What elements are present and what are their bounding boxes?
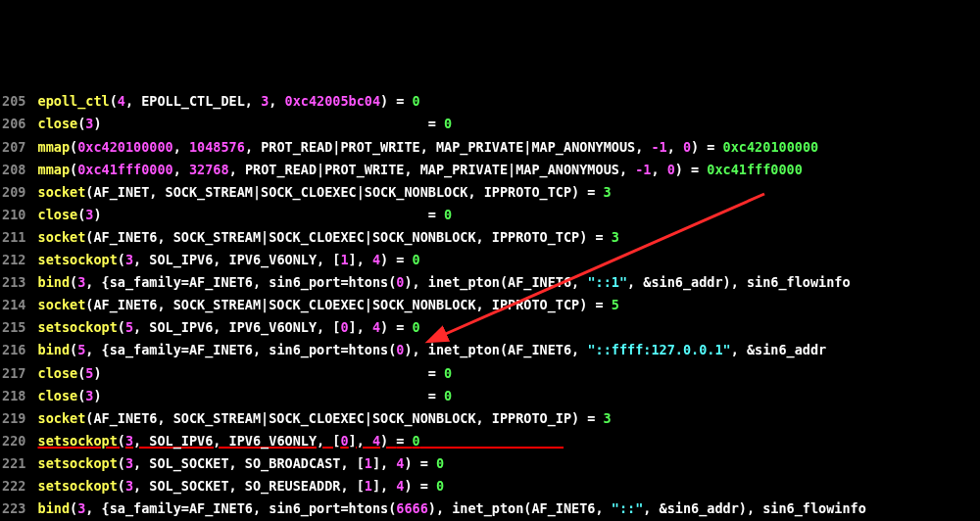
token: ) xyxy=(380,433,396,449)
token: (AF_INET, SOCK_STREAM|SOCK_CLOEXEC|SOCK_… xyxy=(85,184,587,200)
token: ) xyxy=(380,93,396,109)
token: -1 xyxy=(635,162,651,177)
token: 4 xyxy=(372,252,380,267)
line-number: 221 xyxy=(2,455,38,471)
token: 3 xyxy=(604,410,612,426)
token: 0xc41fff0000 xyxy=(77,162,173,177)
token: "::ffff:127.0.0.1" xyxy=(587,342,730,357)
token: 3 xyxy=(125,455,133,471)
trace-line: 218 close(3) = 0 xyxy=(0,385,980,407)
token: ) xyxy=(93,116,427,131)
token: close xyxy=(38,365,78,381)
token: close xyxy=(38,207,78,222)
token: setsockopt xyxy=(38,252,118,267)
token: 0 xyxy=(667,162,675,177)
token: 0 xyxy=(436,478,444,494)
token: 0 xyxy=(413,433,420,449)
token: = xyxy=(428,207,444,222)
token: , &sin6_addr xyxy=(731,342,827,357)
token: 0 xyxy=(683,139,691,155)
trace-line: 217 close(5) = 0 xyxy=(0,362,980,385)
token: , PROT_READ|PROT_WRITE, MAP_PRIVATE|MAP_… xyxy=(245,139,652,155)
token: 1048576 xyxy=(189,139,245,155)
token: ], xyxy=(372,455,396,471)
token: ) xyxy=(404,478,419,494)
token: 0 xyxy=(444,388,452,403)
token: ( xyxy=(70,139,77,155)
token: socket xyxy=(38,184,86,200)
token: = xyxy=(428,365,444,381)
line-number: 218 xyxy=(2,388,38,403)
token: (AF_INET6, SOCK_STREAM|SOCK_CLOEXEC|SOCK… xyxy=(85,410,587,426)
trace-line: 209 socket(AF_INET, SOCK_STREAM|SOCK_CLO… xyxy=(0,181,980,204)
token: mmap xyxy=(38,139,71,155)
line-number: 217 xyxy=(2,365,38,381)
token: = xyxy=(396,93,412,109)
token: socket xyxy=(38,410,86,426)
token: 0 xyxy=(413,252,420,267)
token: 6666 xyxy=(396,500,428,516)
token: = xyxy=(691,162,707,177)
line-number: 207 xyxy=(2,139,38,155)
token: 0 xyxy=(340,319,348,335)
token: , EPOLL_CTL_DEL, xyxy=(125,93,261,109)
line-number: 212 xyxy=(2,252,38,267)
token: bind xyxy=(38,500,71,516)
trace-line: 222 setsockopt(3, SOL_SOCKET, SO_REUSEAD… xyxy=(0,475,980,497)
token: ], xyxy=(349,433,372,449)
token: -1 xyxy=(651,139,666,155)
trace-line: 223 bind(3, {sa_family=AF_INET6, sin6_po… xyxy=(0,497,980,520)
token: ], xyxy=(372,478,396,494)
trace-line: 212 setsockopt(3, SOL_IPV6, IPV6_V6ONLY,… xyxy=(0,249,980,271)
trace-line: 206 close(3) = 0 xyxy=(0,113,980,135)
line-number: 220 xyxy=(2,433,38,449)
token: bind xyxy=(38,342,71,357)
token: (AF_INET6, SOCK_STREAM|SOCK_CLOEXEC|SOCK… xyxy=(85,229,595,245)
line-number: 222 xyxy=(2,478,38,494)
token: socket xyxy=(38,297,86,312)
token: 0 xyxy=(444,207,452,222)
token: 3 xyxy=(125,433,133,449)
token: , SOL_SOCKET, SO_BROADCAST, [ xyxy=(133,455,365,471)
token: , SOL_IPV6, IPV6_V6ONLY, [ xyxy=(133,319,340,335)
token: ) xyxy=(404,455,419,471)
token: = xyxy=(595,229,611,245)
token: = xyxy=(396,319,412,335)
token: , xyxy=(173,162,189,177)
token: ) xyxy=(675,162,691,177)
trace-line: 214 socket(AF_INET6, SOCK_STREAM|SOCK_CL… xyxy=(0,294,980,316)
token: setsockopt xyxy=(38,455,118,471)
token: ( xyxy=(70,342,77,357)
trace-line: 216 bind(5, {sa_family=AF_INET6, sin6_po… xyxy=(0,339,980,361)
token: ) xyxy=(93,207,427,222)
trace-line: 207 mmap(0xc420100000, 1048576, PROT_REA… xyxy=(0,136,980,159)
token: 0 xyxy=(340,433,348,449)
token: ) xyxy=(691,139,707,155)
token: socket xyxy=(38,229,86,245)
token: ( xyxy=(118,433,125,449)
token: = xyxy=(420,478,436,494)
token: ) xyxy=(93,388,427,403)
token: (AF_INET6, SOCK_STREAM|SOCK_CLOEXEC|SOCK… xyxy=(85,297,595,312)
token: = xyxy=(587,410,603,426)
token: "::1" xyxy=(587,274,627,290)
line-number: 206 xyxy=(2,116,38,131)
token: , xyxy=(173,139,189,155)
token: ( xyxy=(110,93,118,109)
line-number: 210 xyxy=(2,207,38,222)
line-number: 211 xyxy=(2,229,38,245)
token: mmap xyxy=(38,162,71,177)
token: , {sa_family=AF_INET6, sin6_port=htons( xyxy=(85,342,396,357)
token: 3 xyxy=(612,229,619,245)
token: 0 xyxy=(436,455,444,471)
token: 0 xyxy=(413,93,420,109)
trace-line: 210 close(3) = 0 xyxy=(0,204,980,226)
token: 0xc420100000 xyxy=(723,139,819,155)
token: 0xc420100000 xyxy=(77,139,173,155)
line-number: 223 xyxy=(2,500,38,516)
line-number: 216 xyxy=(2,342,38,357)
token: = xyxy=(396,433,412,449)
token: 4 xyxy=(372,319,380,335)
trace-line: 221 setsockopt(3, SOL_SOCKET, SO_BROADCA… xyxy=(0,452,980,475)
trace-line: 219 socket(AF_INET6, SOCK_STREAM|SOCK_CL… xyxy=(0,407,980,430)
